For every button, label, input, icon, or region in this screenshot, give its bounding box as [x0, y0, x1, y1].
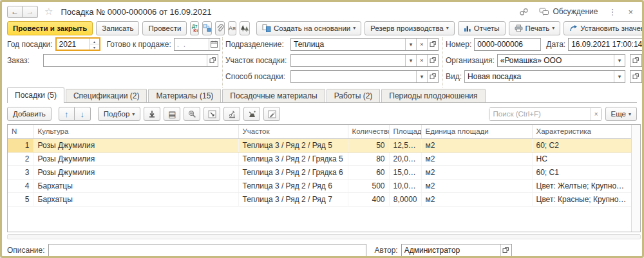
table-row[interactable]: 1Розы ДжумилияТеплица 3 / Ряд 2 / Ряд 55… — [8, 138, 631, 152]
clear-icon[interactable]: × — [416, 55, 427, 66]
spin-up-icon[interactable]: ▴ — [90, 39, 99, 44]
cell-square[interactable]: 10,0000 — [389, 179, 421, 192]
organization-field[interactable]: ▾ — [497, 54, 625, 67]
cell-n[interactable]: 4 — [8, 179, 33, 192]
ready-for-sale-input[interactable] — [175, 39, 209, 50]
post-and-close-button[interactable]: Провести и закрыть — [7, 21, 93, 35]
planting-area-field[interactable]: ▾ × — [290, 54, 439, 67]
calendar-icon[interactable] — [209, 39, 220, 50]
cell-square[interactable]: 8,0000 — [389, 192, 421, 206]
tab-specifications[interactable]: Спецификации (2) — [66, 89, 147, 102]
author-field[interactable] — [401, 244, 512, 257]
clear-icon[interactable]: × — [591, 108, 601, 120]
open-icon[interactable] — [427, 55, 438, 66]
cell-charact[interactable]: НС — [532, 152, 631, 165]
cell-area[interactable]: Теплица 3 / Ряд 2 / Грядка 6 — [238, 165, 348, 179]
tab-fruiting-periods[interactable]: Периоды плодоношения — [381, 89, 485, 102]
column-header-square[interactable]: Площадь — [389, 125, 421, 138]
print-button[interactable]: Печать ▾ — [509, 21, 561, 35]
column-header-culture[interactable]: Культура — [33, 125, 238, 138]
cell-qty[interactable]: 500 — [348, 179, 389, 192]
order-field[interactable] — [43, 54, 218, 67]
year-input[interactable] — [57, 39, 90, 50]
ready-for-sale-field[interactable] — [174, 38, 220, 51]
search-input[interactable] — [489, 108, 591, 120]
edit-button[interactable] — [263, 107, 280, 121]
cell-culture[interactable]: Розы Джумилия — [33, 152, 238, 165]
cell-qty[interactable]: 50 — [348, 138, 389, 152]
cell-n[interactable]: 3 — [8, 165, 33, 179]
production-reserve-button[interactable]: Резерв производства ▾ — [365, 21, 455, 35]
cell-area[interactable]: Теплица 3 / Ряд 2 / Грядка 5 — [238, 152, 348, 165]
forward-button[interactable]: → — [23, 6, 38, 18]
cell-square[interactable]: 12,5000 — [389, 138, 421, 152]
more-dots-icon[interactable]: ⋮ — [604, 7, 620, 17]
kind-input[interactable] — [465, 71, 614, 82]
search-field[interactable]: × — [489, 107, 602, 121]
organization-input[interactable] — [498, 55, 614, 66]
column-header-qty[interactable]: Количество — [348, 125, 389, 138]
cell-charact[interactable]: 60; С2 — [532, 138, 631, 152]
cell-culture[interactable]: Розы Джумилия — [33, 138, 238, 152]
author-input[interactable] — [402, 244, 500, 256]
letters-button[interactable]: Ая — [228, 21, 236, 35]
cell-square[interactable]: 20,0000 — [389, 152, 421, 165]
year-field[interactable]: ▴ ▾ — [55, 37, 100, 51]
number-field[interactable] — [474, 38, 541, 51]
attachments-button[interactable] — [215, 21, 225, 35]
cell-qty[interactable]: 400 — [348, 192, 389, 206]
open-icon[interactable] — [500, 244, 511, 256]
chevron-down-icon[interactable]: ▾ — [405, 39, 416, 50]
date-input[interactable] — [569, 39, 644, 50]
table-row[interactable]: 5БархатцыТеплица 3 / Ряд 2 / Ряд 74008,0… — [8, 192, 631, 206]
spin-down-icon[interactable]: ▾ — [90, 44, 99, 50]
cell-culture[interactable]: Бархатцы — [33, 192, 238, 206]
chevron-down-icon[interactable]: ▾ — [416, 71, 427, 82]
open-icon[interactable] — [427, 71, 438, 82]
cell-unit[interactable]: м2 — [421, 179, 532, 192]
date-field[interactable] — [568, 38, 644, 51]
cell-area[interactable]: Теплица 3 / Ряд 2 / Ряд 5 — [238, 138, 348, 152]
kind-field[interactable]: ▾ — [464, 70, 625, 83]
research-button[interactable] — [223, 107, 240, 121]
change-table-button[interactable]: ▤ — [164, 107, 180, 121]
reports-button[interactable]: Отчеты — [458, 21, 506, 35]
column-header-unit[interactable]: Единица площади — [421, 125, 532, 138]
open-icon[interactable] — [427, 39, 438, 50]
open-icon[interactable] — [630, 54, 642, 67]
add-button[interactable]: Добавить — [7, 107, 52, 121]
cell-qty[interactable]: 80 — [348, 152, 389, 165]
cell-unit[interactable]: м2 — [421, 192, 532, 206]
number-input[interactable] — [475, 39, 540, 50]
discussion-button[interactable]: Обсуждение — [536, 7, 600, 16]
cell-square[interactable]: 15,0000 — [389, 165, 421, 179]
cell-culture[interactable]: Бархатцы — [33, 179, 238, 192]
set-column-value-button[interactable]: Установить значение в колонке — [564, 21, 644, 35]
barcode-scanner-button[interactable] — [184, 107, 200, 121]
move-down-button[interactable]: ↓ — [75, 107, 91, 121]
cell-charact[interactable]: Цвет: Красные; Крупность: Откло... — [532, 192, 631, 206]
cell-charact[interactable]: Цвет: Желтые; Крупность: Прямос... — [532, 179, 631, 192]
cell-unit[interactable]: м2 — [421, 165, 532, 179]
load-button[interactable] — [144, 107, 160, 121]
cell-n[interactable]: 5 — [8, 192, 33, 206]
cell-unit[interactable]: м2 — [421, 138, 532, 152]
vertical-scrollbar[interactable] — [631, 125, 640, 232]
cell-qty[interactable]: 60 — [348, 165, 389, 179]
save-button[interactable]: Записать — [96, 21, 139, 35]
table-row[interactable]: 2Розы ДжумилияТеплица 3 / Ряд 2 / Грядка… — [8, 152, 631, 165]
chevron-down-icon[interactable]: ▾ — [614, 55, 625, 66]
cell-n[interactable]: 1 — [8, 138, 33, 152]
close-icon[interactable]: × — [624, 7, 637, 17]
related-documents-button[interactable] — [202, 21, 212, 35]
planting-method-field[interactable]: ▾ — [290, 70, 439, 83]
description-input[interactable] — [49, 244, 366, 256]
year-spinner[interactable]: ▴ ▾ — [90, 39, 99, 50]
cell-charact[interactable]: 60; С1 — [532, 165, 631, 179]
table-row[interactable]: 3Розы ДжумилияТеплица 3 / Ряд 2 / Грядка… — [8, 165, 631, 179]
back-button[interactable]: ← — [7, 6, 23, 18]
move-up-button[interactable]: ↑ — [59, 107, 75, 121]
create-based-on-button[interactable]: Создать на основании ▾ — [256, 21, 361, 35]
order-input[interactable] — [44, 55, 207, 66]
description-field[interactable] — [48, 244, 366, 257]
